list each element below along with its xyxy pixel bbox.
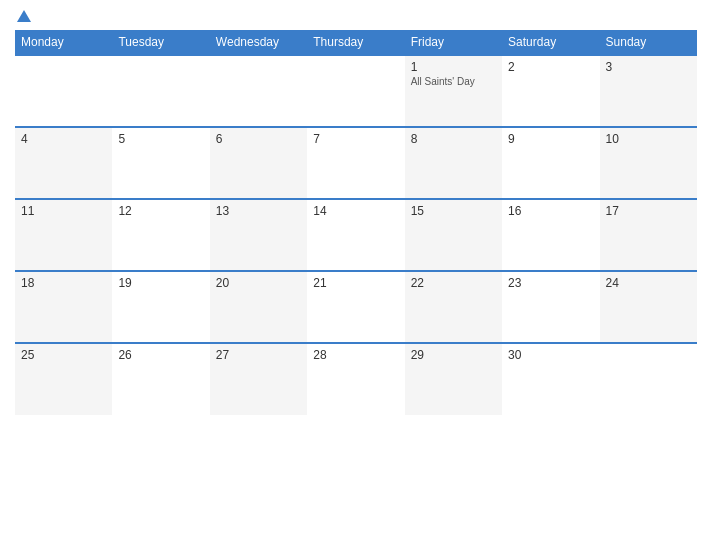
day-number: 27	[216, 348, 301, 362]
calendar-cell	[600, 343, 697, 415]
holiday-label: All Saints' Day	[411, 76, 496, 87]
calendar-cell: 23	[502, 271, 599, 343]
day-number: 12	[118, 204, 203, 218]
day-number: 17	[606, 204, 691, 218]
calendar-cell: 3	[600, 55, 697, 127]
weekday-header-friday: Friday	[405, 30, 502, 55]
calendar-cell: 13	[210, 199, 307, 271]
day-number: 6	[216, 132, 301, 146]
header	[15, 10, 697, 22]
day-number: 21	[313, 276, 398, 290]
calendar-cell: 1All Saints' Day	[405, 55, 502, 127]
day-number: 4	[21, 132, 106, 146]
day-number: 25	[21, 348, 106, 362]
calendar-cell: 21	[307, 271, 404, 343]
calendar-cell	[112, 55, 209, 127]
calendar-cell: 19	[112, 271, 209, 343]
calendar-cell: 30	[502, 343, 599, 415]
weekday-header-saturday: Saturday	[502, 30, 599, 55]
day-number: 7	[313, 132, 398, 146]
calendar-cell: 22	[405, 271, 502, 343]
calendar-cell: 4	[15, 127, 112, 199]
calendar-cell: 20	[210, 271, 307, 343]
day-number: 14	[313, 204, 398, 218]
calendar-cell: 16	[502, 199, 599, 271]
day-number: 22	[411, 276, 496, 290]
calendar-cell: 27	[210, 343, 307, 415]
calendar-cell	[307, 55, 404, 127]
calendar-cell: 11	[15, 199, 112, 271]
day-number: 11	[21, 204, 106, 218]
calendar-cell: 6	[210, 127, 307, 199]
day-number: 18	[21, 276, 106, 290]
logo	[15, 10, 31, 22]
calendar-cell: 26	[112, 343, 209, 415]
calendar-cell: 15	[405, 199, 502, 271]
day-number: 15	[411, 204, 496, 218]
calendar-cell: 9	[502, 127, 599, 199]
day-number: 3	[606, 60, 691, 74]
calendar-cell	[15, 55, 112, 127]
day-number: 19	[118, 276, 203, 290]
day-number: 24	[606, 276, 691, 290]
day-number: 28	[313, 348, 398, 362]
calendar-cell	[210, 55, 307, 127]
day-number: 16	[508, 204, 593, 218]
calendar-week-row: 1All Saints' Day23	[15, 55, 697, 127]
calendar-cell: 7	[307, 127, 404, 199]
day-number: 1	[411, 60, 496, 74]
calendar-cell: 10	[600, 127, 697, 199]
day-number: 23	[508, 276, 593, 290]
weekday-header-thursday: Thursday	[307, 30, 404, 55]
calendar-cell: 24	[600, 271, 697, 343]
calendar-table: MondayTuesdayWednesdayThursdayFridaySatu…	[15, 30, 697, 415]
weekday-header-monday: Monday	[15, 30, 112, 55]
calendar-cell: 28	[307, 343, 404, 415]
weekday-header-sunday: Sunday	[600, 30, 697, 55]
weekday-header-row: MondayTuesdayWednesdayThursdayFridaySatu…	[15, 30, 697, 55]
day-number: 8	[411, 132, 496, 146]
calendar-cell: 25	[15, 343, 112, 415]
calendar-week-row: 18192021222324	[15, 271, 697, 343]
logo-triangle-icon	[17, 10, 31, 22]
calendar-cell: 14	[307, 199, 404, 271]
calendar-cell: 5	[112, 127, 209, 199]
calendar-cell: 8	[405, 127, 502, 199]
day-number: 13	[216, 204, 301, 218]
day-number: 30	[508, 348, 593, 362]
day-number: 10	[606, 132, 691, 146]
day-number: 20	[216, 276, 301, 290]
day-number: 2	[508, 60, 593, 74]
calendar-week-row: 45678910	[15, 127, 697, 199]
day-number: 29	[411, 348, 496, 362]
weekday-header-tuesday: Tuesday	[112, 30, 209, 55]
calendar-week-row: 252627282930	[15, 343, 697, 415]
day-number: 5	[118, 132, 203, 146]
day-number: 26	[118, 348, 203, 362]
weekday-header-wednesday: Wednesday	[210, 30, 307, 55]
calendar-cell: 12	[112, 199, 209, 271]
calendar-cell: 17	[600, 199, 697, 271]
day-number: 9	[508, 132, 593, 146]
page: MondayTuesdayWednesdayThursdayFridaySatu…	[0, 0, 712, 550]
calendar-cell: 29	[405, 343, 502, 415]
calendar-week-row: 11121314151617	[15, 199, 697, 271]
calendar-cell: 2	[502, 55, 599, 127]
calendar-cell: 18	[15, 271, 112, 343]
